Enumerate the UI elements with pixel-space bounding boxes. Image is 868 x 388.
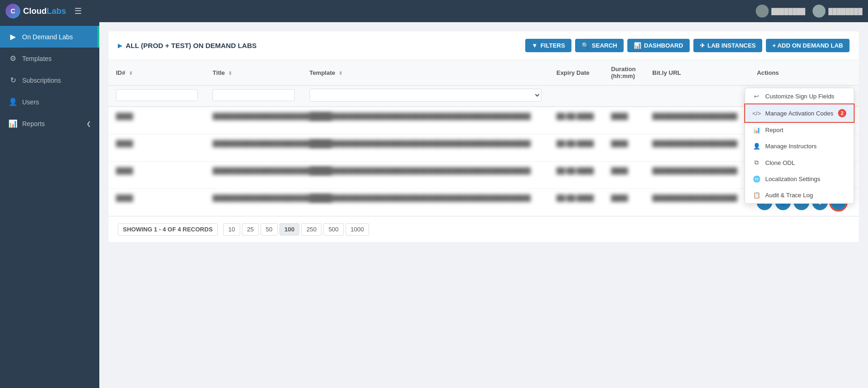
report-icon: 📊 <box>753 127 761 133</box>
settings-icon: ⚙ <box>8 54 18 63</box>
page-size-25[interactable]: 25 <box>242 223 259 236</box>
table-header-row: ID# ⇕ Title ⇕ Template ⇕ Expiry Date Dur… <box>109 60 859 85</box>
page-size-100[interactable]: 100 <box>279 223 300 236</box>
sidebar-item-on-demand-labs[interactable]: ▶ On Demand Labs <box>0 26 99 48</box>
page-size-1000[interactable]: 1000 <box>346 223 369 236</box>
page-size-250[interactable]: 250 <box>301 223 322 236</box>
pagination-showing: SHOWING 1 - 4 OF 4 RECORDS <box>118 223 218 236</box>
lab-instances-button[interactable]: ✈ LAB INSTANCES <box>693 39 762 52</box>
filter-id-cell <box>109 85 205 107</box>
cell-template: ████████████████████████████████████████… <box>302 162 549 189</box>
cell-duration: ████ <box>604 107 645 134</box>
page-size-500[interactable]: 500 <box>323 223 344 236</box>
manage-instructors-label: Manage Instructors <box>765 143 817 150</box>
cell-expiry: ██/██/████ <box>549 107 603 134</box>
navbar: C CloudLabs ☰ ████████ ████████ <box>0 0 868 22</box>
table-container: ID# ⇕ Title ⇕ Template ⇕ Expiry Date Dur… <box>109 60 859 216</box>
report-item[interactable]: 📊 Report <box>745 122 854 138</box>
col-id: ID# ⇕ <box>109 60 205 85</box>
search-label: SEARCH <box>592 42 617 49</box>
filter-title-input[interactable] <box>212 89 294 101</box>
cell-title: ████████████████████████████ <box>205 189 302 216</box>
filter-title-cell <box>205 85 302 107</box>
cell-expiry: ██/██/████ <box>549 189 603 216</box>
navbar-left: C CloudLabs ☰ <box>6 4 82 18</box>
cell-id: ████ <box>109 134 205 162</box>
user2-avatar <box>813 5 826 18</box>
cell-duration: ████ <box>604 162 645 189</box>
clone-odl-item[interactable]: ⧉ Clone ODL <box>745 154 854 171</box>
page-size-50[interactable]: 50 <box>261 223 277 236</box>
manage-activation-codes-label: Manage Activation Codes <box>765 110 833 117</box>
cell-duration: ████ <box>604 134 645 162</box>
user2-info: ████████ <box>813 5 862 18</box>
audit-icon: 📋 <box>753 192 761 199</box>
refresh-icon: ↻ <box>8 76 18 85</box>
cell-template: ████████████████████████████████████████… <box>302 107 549 134</box>
sidebar-item-label: Subscriptions <box>22 77 61 84</box>
col-actions: Actions <box>749 60 859 85</box>
user-icon: 👤 <box>8 97 18 106</box>
col-title: Title ⇕ <box>205 60 302 85</box>
navbar-right: ████████ ████████ <box>756 5 862 18</box>
filters-button[interactable]: ▼ FILTERS <box>525 39 571 52</box>
filter-expiry-cell <box>549 85 603 107</box>
manage-activation-codes-item[interactable]: </> Manage Activation Codes 2 <box>745 104 854 122</box>
sidebar-item-reports[interactable]: 📊 Reports ❮ <box>0 113 99 134</box>
sidebar-item-label: Templates <box>22 55 52 62</box>
page-title: ▶ ALL (PROD + TEST) ON DEMAND LABS <box>118 42 256 49</box>
sidebar: ▶ On Demand Labs ⚙ Templates ↻ Subscript… <box>0 22 99 388</box>
col-template: Template ⇕ <box>302 60 549 85</box>
filter-template-cell <box>302 85 549 107</box>
app-name: CloudLabs <box>23 6 66 16</box>
clone-icon: ⧉ <box>753 159 761 166</box>
page-title-bar: ▶ ALL (PROD + TEST) ON DEMAND LABS ▼ FIL… <box>109 31 859 60</box>
audit-trace-log-item[interactable]: 📋 Audit & Trace Log <box>745 187 854 203</box>
filters-label: FILTERS <box>540 42 565 49</box>
sidebar-item-label: On Demand Labs <box>22 33 73 41</box>
cell-title: ████████████████████████████ <box>205 134 302 162</box>
hamburger-menu[interactable]: ☰ <box>74 6 82 16</box>
sidebar-item-users[interactable]: 👤 Users <box>0 91 99 113</box>
lab-instances-icon: ✈ <box>700 42 705 49</box>
page-size-10[interactable]: 10 <box>223 223 240 236</box>
col-expiry-date: Expiry Date <box>549 60 603 85</box>
cell-id: ████ <box>109 189 205 216</box>
sort-icon: ⇕ <box>339 71 342 76</box>
main-content: ▶ ALL (PROD + TEST) ON DEMAND LABS ▼ FIL… <box>99 22 868 388</box>
add-label: + ADD ON DEMAND LAB <box>772 42 843 49</box>
sidebar-item-templates[interactable]: ⚙ Templates <box>0 48 99 69</box>
sort-icon: ⇕ <box>129 71 133 76</box>
pagination-bar: SHOWING 1 - 4 OF 4 RECORDS 10 25 50 100 … <box>109 216 859 242</box>
dashboard-button[interactable]: 📊 DASHBOARD <box>627 39 690 52</box>
app-name-highlight: Labs <box>47 6 66 16</box>
search-button[interactable]: 🔍 SEARCH <box>575 39 624 52</box>
app-logo: C CloudLabs <box>6 4 66 18</box>
add-on-demand-lab-button[interactable]: + ADD ON DEMAND LAB <box>766 39 850 52</box>
clone-odl-label: Clone ODL <box>765 159 795 166</box>
filter-icon: ▼ <box>532 42 538 49</box>
sidebar-item-subscriptions[interactable]: ↻ Subscriptions <box>0 69 99 91</box>
instructor-icon: 👤 <box>753 143 761 150</box>
activation-codes-badge: 2 <box>838 109 846 117</box>
col-bitly-url: Bit.ly URL <box>645 60 749 85</box>
cell-bitly: ████████████████████ <box>645 134 749 162</box>
chart-icon: 📊 <box>8 119 18 128</box>
manage-instructors-item[interactable]: 👤 Manage Instructors <box>745 138 854 154</box>
dashboard-label: DASHBOARD <box>644 42 683 49</box>
audit-trace-log-label: Audit & Trace Log <box>765 192 813 199</box>
actions-dropdown-menu: ↩ Customize Sign Up Fields </> Manage Ac… <box>745 88 854 204</box>
col-duration: Duration(hh:mm) <box>604 60 645 85</box>
cell-bitly: ████████████████████ <box>645 107 749 134</box>
cell-id: ████ <box>109 162 205 189</box>
filter-id-input[interactable] <box>116 89 198 101</box>
cell-expiry: ██/██/████ <box>549 134 603 162</box>
cell-duration: ████ <box>604 189 645 216</box>
cell-expiry: ██/██/████ <box>549 162 603 189</box>
toolbar-buttons: ▼ FILTERS 🔍 SEARCH 📊 DASHBOARD ✈ LAB INS… <box>525 39 850 52</box>
filter-duration-cell <box>604 85 645 107</box>
play-icon: ▶ <box>8 32 18 41</box>
filter-template-select[interactable] <box>310 89 542 102</box>
customize-signup-fields-item[interactable]: ↩ Customize Sign Up Fields <box>745 88 854 104</box>
localization-settings-item[interactable]: 🌐 Localization Settings <box>745 171 854 187</box>
